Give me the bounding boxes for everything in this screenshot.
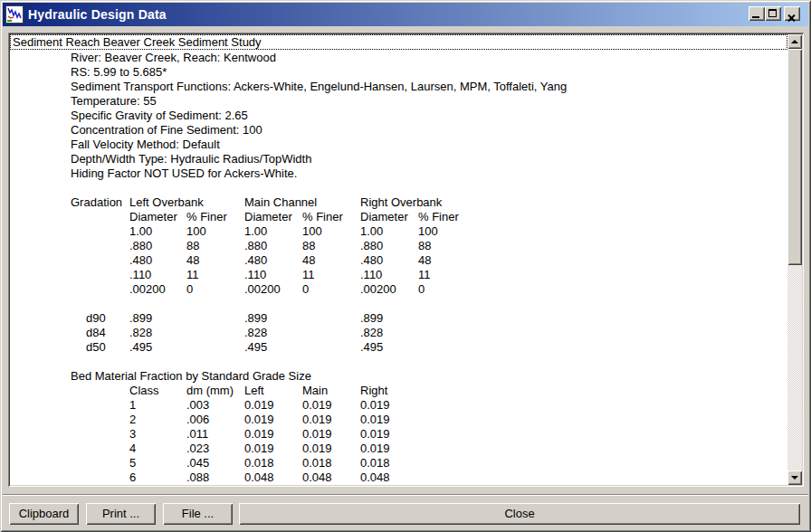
bed-cell: 0.019 [302,442,332,456]
gradation-cell: .110 [360,268,382,282]
d-value: .495 [360,340,383,355]
gradation-row[interactable]: 1.00 100 1.00 100 1.00 100 [10,224,787,239]
gradation-row[interactable]: .110 11 .110 11 .110 11 [10,268,787,282]
clipboard-button[interactable]: Clipboard [9,503,79,525]
gradation-cell: .480 [129,253,152,268]
d90-row[interactable]: d90 .899 .899 .899 [10,311,787,326]
col-header: Main [302,384,328,398]
bed-cell: .011 [186,427,208,442]
bed-material-title[interactable]: Bed Material Fraction by Standard Grade … [10,369,787,384]
scroll-down-icon[interactable] [787,470,802,485]
bed-cell: .003 [186,398,209,413]
report-line[interactable]: Sediment Transport Functions: Ackers-Whi… [10,80,787,94]
bed-material-column-headers[interactable]: Class dm (mm) Left Main Right [10,384,787,398]
gradation-cell: 88 [302,239,315,253]
report-line[interactable]: Fall Velocity Method: Default [10,138,787,152]
minimize-glyph [752,16,759,18]
gradation-cell: 100 [186,224,206,239]
gradation-cell: 1.00 [244,224,267,239]
col-header: Left [244,384,264,398]
gradation-row[interactable]: .880 88 .880 88 .880 88 [10,239,787,253]
gradation-label: Gradation [71,195,122,210]
up-arrow-glyph [791,40,798,43]
selected-report-row[interactable]: Sediment Reach Beaver Creek Sediment Stu… [10,34,787,50]
close-icon[interactable] [784,6,800,21]
d50-row[interactable]: d50 .495 .495 .495 [10,340,787,355]
gradation-row[interactable]: .480 48 .480 48 .480 48 [10,253,787,268]
bed-cell: 1 [129,398,136,413]
report-line[interactable]: Concentration of Fine Sediment: 100 [10,123,787,138]
bed-cell: 0.048 [302,470,332,485]
bed-cell: 0.018 [360,456,390,470]
report-line[interactable]: RS: 5.99 to 5.685* [10,65,787,80]
bed-cell: 0.019 [244,442,274,456]
d84-row[interactable]: d84 .828 .828 .828 [10,326,787,340]
bed-material-row[interactable]: 2 .006 0.019 0.019 0.019 [10,413,787,427]
d-value: .828 [360,326,383,340]
bed-material-row[interactable]: 6 .088 0.048 0.048 0.048 [10,470,787,485]
dialog-window: Hydraulic Design Data Sediment Reach Bea… [0,0,811,532]
bed-cell: 0.019 [244,413,274,427]
d-value: .899 [129,311,152,326]
gradation-column-headers[interactable]: Diameter % Finer Diameter % Finer Diamet… [10,210,787,224]
vertical-scrollbar[interactable] [787,34,802,485]
gradation-cell: 48 [302,253,315,268]
report-line[interactable]: Specific Gravity of Sediment: 2.65 [10,109,787,123]
report-text: Temperature: 55 [71,94,157,109]
report-line[interactable]: Hiding Factor NOT USED for Ackers-White. [10,166,787,181]
d-label: d50 [86,340,106,355]
col-header: Right [360,384,387,398]
d-value: .828 [244,326,267,340]
gradation-section-header[interactable]: Gradation Left Overbank Main Channel Rig… [10,195,787,210]
window-title: Hydraulic Design Data [28,7,167,22]
gradation-cell: .00200 [244,282,281,297]
bed-material-row[interactable]: 5 .045 0.018 0.018 0.018 [10,456,787,470]
minimize-icon[interactable] [749,6,765,21]
close-glyph [787,9,796,25]
bed-cell: 0.019 [244,427,274,442]
report-text: Depth/Width Type: Hydraulic Radius/TopWi… [71,152,311,166]
report-title-line: Sediment Reach Beaver Creek Sediment Stu… [13,35,262,49]
gradation-cell: .480 [360,253,383,268]
gradation-row[interactable]: .00200 0 .00200 0 .00200 0 [10,282,787,297]
report-line[interactable]: River: Beaver Creek, Reach: Kentwood [10,51,787,65]
bed-material-row[interactable]: 1 .003 0.019 0.019 0.019 [10,398,787,413]
close-button[interactable]: Close [239,503,800,525]
bed-cell: 0.019 [360,398,390,413]
gradation-cell: .00200 [360,282,396,297]
gradation-cell: 1.00 [360,224,383,239]
d-value: .899 [360,311,383,326]
bed-cell: 0.019 [302,427,332,442]
bed-cell: 0.019 [360,427,390,442]
gradation-cell: 1.00 [129,224,152,239]
gradation-cell: .880 [129,239,152,253]
col-header: Diameter [129,210,177,224]
scrollbar-thumb[interactable] [787,49,802,265]
report-text: Concentration of Fine Sediment: 100 [71,123,262,138]
d-label: d84 [86,326,106,340]
gradation-cell: 100 [418,224,438,239]
title-bar[interactable]: Hydraulic Design Data [3,3,808,26]
bed-cell: 0.048 [244,470,274,485]
bed-material-row[interactable]: 4 .023 0.019 0.019 0.019 [10,442,787,456]
bed-cell: .088 [186,470,209,485]
gradation-cell: 48 [418,253,431,268]
gradation-cell: 0 [302,282,309,297]
col-header: % Finer [186,210,227,224]
gradation-cell: .880 [360,239,383,253]
bed-material-title-text: Bed Material Fraction by Standard Grade … [71,369,311,384]
gradation-cell: .110 [129,268,151,282]
col-header: Class [129,384,159,398]
report-text: River: Beaver Creek, Reach: Kentwood [71,51,276,65]
file-button[interactable]: File ... [163,503,233,525]
print-button[interactable]: Print ... [86,503,156,525]
bed-cell: 0.019 [302,398,332,413]
scroll-up-icon[interactable] [787,34,802,49]
report-line[interactable]: Depth/Width Type: Hydraulic Radius/TopWi… [10,152,787,166]
maximize-icon[interactable] [765,6,781,21]
report-line[interactable]: Temperature: 55 [10,94,787,109]
hec-ras-app-icon[interactable] [5,5,24,24]
gradation-cell: .00200 [129,282,166,297]
bed-material-row[interactable]: 3 .011 0.019 0.019 0.019 [10,427,787,442]
bed-cell: .023 [186,442,209,456]
